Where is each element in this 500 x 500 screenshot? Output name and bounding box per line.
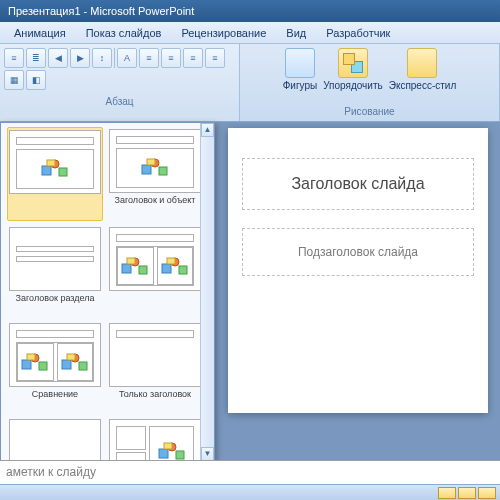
layout-thumb [9, 227, 101, 291]
quick-styles-button[interactable]: Экспресс-стил [389, 48, 457, 91]
shapes-icon [285, 48, 315, 78]
notes-pane[interactable]: аметки к слайду [0, 460, 500, 484]
layout-option-title-content[interactable] [7, 127, 103, 221]
svg-rect-0 [42, 166, 51, 175]
svg-rect-23 [67, 354, 75, 360]
scroll-up-icon[interactable]: ▲ [201, 123, 214, 137]
svg-rect-4 [142, 165, 151, 174]
svg-rect-27 [164, 443, 172, 449]
svg-rect-14 [179, 266, 187, 274]
layout-thumb [9, 130, 101, 194]
svg-rect-26 [176, 451, 184, 459]
layout-thumb [109, 323, 201, 387]
ribbon: ≡ ≣ ◀ ▶ ↕ A ≡ ≡ ≡ ≡ ▦ ◧ Абзац Фигуры Упо… [0, 44, 500, 122]
tab-animation[interactable]: Анимация [4, 24, 76, 42]
layout-option-title-only[interactable]: Только заголовок [107, 321, 203, 413]
shapes-button[interactable]: Фигуры [283, 48, 317, 91]
svg-rect-2 [59, 168, 67, 176]
layout-option-title-content[interactable]: Заголовок и объект [107, 127, 203, 221]
arrange-button[interactable]: Упорядочить [323, 48, 383, 91]
svg-rect-6 [159, 167, 167, 175]
tab-slideshow[interactable]: Показ слайдов [76, 24, 172, 42]
bullets-button[interactable]: ≡ [4, 48, 24, 68]
layout-thumb [109, 227, 201, 291]
layout-option-two-content[interactable] [107, 225, 203, 317]
text-direction-button[interactable]: A [117, 48, 137, 68]
tab-developer[interactable]: Разработчик [316, 24, 400, 42]
layout-label: Заголовок раздела [16, 293, 95, 315]
svg-rect-15 [167, 258, 175, 264]
svg-rect-19 [27, 354, 35, 360]
drawing-group-label: Рисование [344, 104, 394, 119]
convert-smartart-button[interactable]: ◧ [26, 70, 46, 90]
layout-label: Заголовок и объект [115, 195, 196, 217]
ribbon-tabs: Анимация Показ слайдов Рецензирование Ви… [0, 22, 500, 44]
ribbon-drawing-group: Фигуры Упорядочить Экспресс-стил Рисован… [240, 44, 500, 121]
slide-canvas[interactable]: Заголовок слайда Подзаголовок слайда [228, 128, 488, 413]
scroll-down-icon[interactable]: ▼ [201, 447, 214, 461]
svg-rect-16 [22, 360, 31, 369]
svg-rect-7 [147, 159, 155, 165]
layout-option-comparison[interactable]: Сравнение [7, 321, 103, 413]
svg-rect-11 [127, 258, 135, 264]
layout-thumb [9, 323, 101, 387]
align-left-button[interactable]: ≡ [139, 48, 159, 68]
layout-label: Только заголовок [119, 389, 191, 411]
statusbar [0, 484, 500, 500]
window-title: Презентация1 - Microsoft PowerPoint [8, 5, 194, 17]
quick-styles-icon [407, 48, 437, 78]
indent-increase-button[interactable]: ▶ [70, 48, 90, 68]
svg-rect-22 [79, 362, 87, 370]
numbering-button[interactable]: ≣ [26, 48, 46, 68]
line-spacing-button[interactable]: ↕ [92, 48, 112, 68]
gallery-scrollbar[interactable]: ▲ ▼ [200, 123, 214, 461]
arrange-icon [338, 48, 368, 78]
tab-review[interactable]: Рецензирование [171, 24, 276, 42]
paragraph-group-label: Абзац [4, 94, 235, 109]
svg-rect-12 [162, 264, 171, 273]
layout-gallery: Заголовок и объектЗаголовок разделаСравн… [0, 122, 215, 462]
window-titlebar: Презентация1 - Microsoft PowerPoint [0, 0, 500, 22]
separator [114, 48, 115, 68]
svg-rect-8 [122, 264, 131, 273]
workspace: Заголовок слайда Подзаголовок слайда Заг… [0, 122, 500, 470]
view-sorter-button[interactable] [458, 487, 476, 499]
indent-decrease-button[interactable]: ◀ [48, 48, 68, 68]
align-right-button[interactable]: ≡ [183, 48, 203, 68]
svg-rect-24 [159, 449, 168, 458]
svg-rect-18 [39, 362, 47, 370]
svg-rect-10 [139, 266, 147, 274]
align-center-button[interactable]: ≡ [161, 48, 181, 68]
view-slideshow-button[interactable] [478, 487, 496, 499]
view-normal-button[interactable] [438, 487, 456, 499]
slide-title-placeholder[interactable]: Заголовок слайда [242, 158, 474, 210]
svg-rect-3 [47, 160, 55, 166]
tab-view[interactable]: Вид [276, 24, 316, 42]
align-justify-button[interactable]: ≡ [205, 48, 225, 68]
layout-option-section[interactable]: Заголовок раздела [7, 225, 103, 317]
layout-label: Сравнение [32, 389, 78, 411]
slide-subtitle-placeholder[interactable]: Подзаголовок слайда [242, 228, 474, 276]
columns-button[interactable]: ▦ [4, 70, 24, 90]
ribbon-paragraph-group: ≡ ≣ ◀ ▶ ↕ A ≡ ≡ ≡ ≡ ▦ ◧ Абзац [0, 44, 240, 121]
layout-thumb [109, 129, 201, 193]
svg-rect-20 [62, 360, 71, 369]
